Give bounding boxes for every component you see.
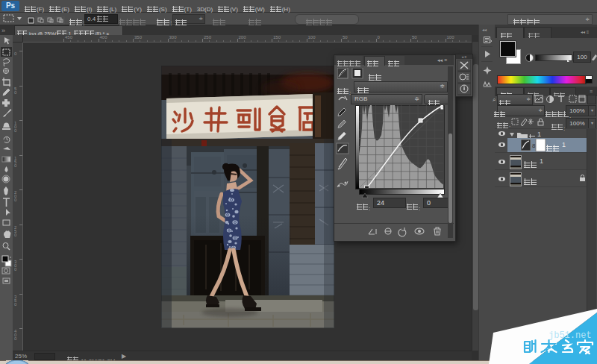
svg-text:jb51.net: jb51.net — [548, 330, 592, 341]
svg-text:8: 8 — [532, 142, 536, 149]
